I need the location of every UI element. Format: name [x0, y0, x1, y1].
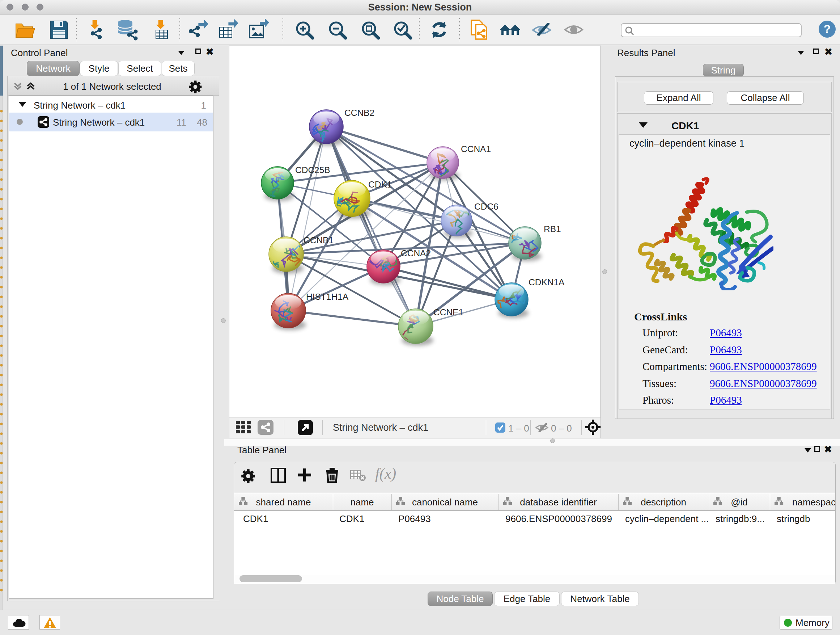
svg-text:RB1: RB1 [544, 224, 561, 234]
svg-text:CCNB2: CCNB2 [344, 108, 374, 118]
svg-text:CDKN1A: CDKN1A [529, 277, 565, 287]
svg-text:CCNA1: CCNA1 [461, 144, 491, 154]
svg-text:HIST1H1A: HIST1H1A [306, 292, 349, 302]
svg-text:CDC6: CDC6 [474, 202, 499, 211]
svg-text:CDC25B: CDC25B [295, 165, 330, 175]
svg-text:CCNB1: CCNB1 [303, 235, 333, 245]
svg-text:CCNA2: CCNA2 [401, 249, 431, 258]
svg-text:CDK1: CDK1 [368, 180, 392, 189]
svg-text:CCNE1: CCNE1 [433, 307, 463, 317]
